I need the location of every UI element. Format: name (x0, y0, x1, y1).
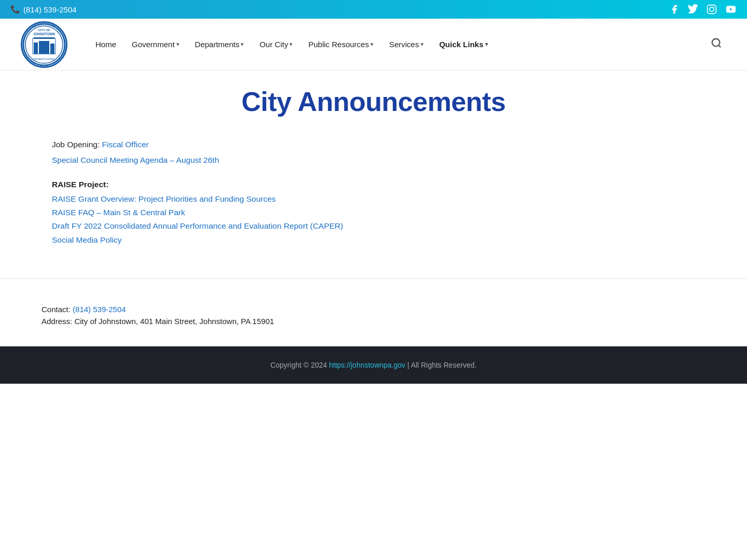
announcements-body: Job Opening: Fiscal Officer Special Coun… (52, 138, 498, 247)
fiscal-officer-link[interactable]: Fiscal Officer (102, 140, 149, 149)
raise-project-label: RAISE Project: (52, 180, 498, 189)
nav-our-city[interactable]: Our City ▾ (252, 35, 300, 54)
footer-contact: Contact: (814) 539-2504 (42, 305, 706, 314)
nav-public-resources[interactable]: Public Resources ▾ (301, 35, 381, 54)
svg-rect-10 (34, 43, 38, 54)
social-links (669, 4, 737, 15)
job-opening-line: Job Opening: Fiscal Officer (52, 138, 498, 151)
svg-point-1 (710, 7, 714, 11)
svg-rect-13 (34, 37, 54, 39)
svg-line-15 (718, 45, 721, 47)
special-council-link[interactable]: Special Council Meeting Agenda – August … (52, 153, 498, 167)
facebook-link[interactable] (669, 4, 680, 15)
footer-address: Address: City of Johnstown, 401 Main Str… (42, 317, 706, 326)
svg-rect-0 (708, 5, 716, 14)
svg-point-14 (712, 39, 720, 47)
page-title: City Announcements (52, 86, 695, 117)
svg-text:CITY OF: CITY OF (38, 29, 50, 32)
footer-bottom: Copyright © 2024 https://johnstownpa.gov… (0, 346, 747, 384)
quick-links-chevron: ▾ (485, 41, 488, 48)
main-nav: Home Government ▾ Departments ▾ Our City… (88, 35, 707, 54)
svg-text:JOHNSTOWN: JOHNSTOWN (33, 32, 55, 36)
raise-link-3[interactable]: Social Media Policy (52, 233, 498, 247)
footer-phone-link[interactable]: (814) 539-2504 (73, 305, 126, 314)
search-button[interactable] (707, 33, 726, 55)
nav-quick-links[interactable]: Quick Links ▾ (432, 35, 495, 54)
svg-rect-11 (39, 41, 49, 54)
svg-rect-12 (50, 44, 54, 54)
footer-info: Contact: (814) 539-2504 Address: City of… (0, 279, 747, 346)
main-content: City Announcements Job Opening: Fiscal O… (0, 71, 747, 278)
header: CITY OF JOHNSTOWN PENNSYLVANIA Home Gove… (0, 19, 747, 71)
twitter-link[interactable] (688, 4, 698, 15)
raise-link-0[interactable]: RAISE Grant Overview: Project Priorities… (52, 192, 498, 206)
footer-website-link[interactable]: https://johnstownpa.gov (329, 361, 405, 369)
phone-icon: 📞 (10, 5, 20, 14)
services-chevron: ▾ (421, 41, 424, 48)
nav-home[interactable]: Home (88, 35, 123, 54)
svg-point-2 (714, 7, 715, 8)
public-resources-chevron: ▾ (370, 41, 374, 48)
our-city-chevron: ▾ (289, 41, 293, 48)
nav-services[interactable]: Services ▾ (382, 35, 431, 54)
instagram-link[interactable] (707, 4, 717, 15)
svg-text:PENNSYLVANIA: PENNSYLVANIA (33, 58, 55, 61)
raise-link-1[interactable]: RAISE FAQ – Main St & Central Park (52, 206, 498, 219)
city-logo: CITY OF JOHNSTOWN PENNSYLVANIA (21, 21, 67, 68)
logo-area[interactable]: CITY OF JOHNSTOWN PENNSYLVANIA (21, 21, 67, 68)
top-bar: 📞 (814) 539-2504 (0, 0, 747, 19)
nav-departments[interactable]: Departments ▾ (188, 35, 252, 54)
government-chevron: ▾ (176, 41, 179, 48)
raise-link-2[interactable]: Draft FY 2022 Consolidated Annual Perfor… (52, 219, 498, 233)
nav-government[interactable]: Government ▾ (125, 35, 187, 54)
departments-chevron: ▾ (241, 41, 244, 48)
youtube-link[interactable] (725, 4, 737, 15)
phone-number[interactable]: 📞 (814) 539-2504 (10, 5, 77, 14)
